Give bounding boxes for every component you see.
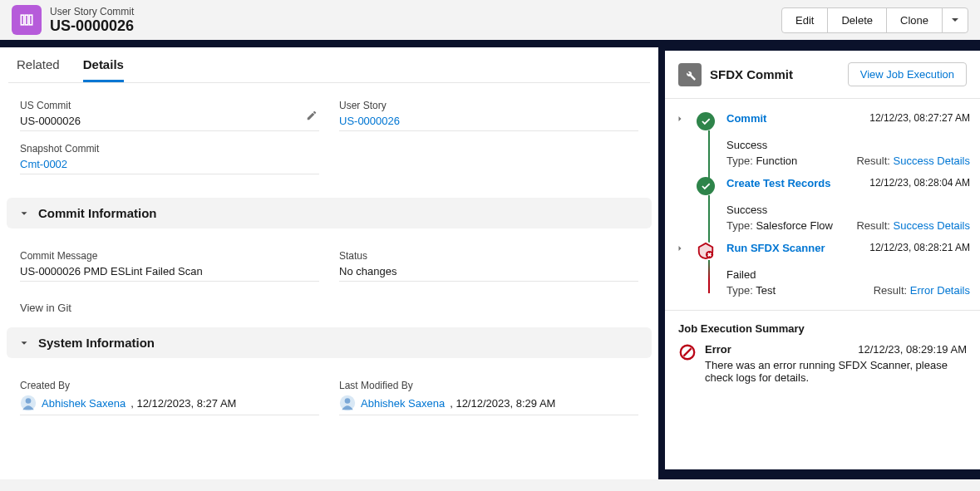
user-story-link[interactable]: US-0000026 — [339, 115, 400, 127]
execution-panel: SFDX Commit View Job Execution Commit 12… — [665, 47, 980, 469]
summary-timestamp: 12/12/23, 08:29:19 AM — [858, 343, 967, 356]
section-system-information[interactable]: System Information — [7, 327, 652, 358]
svg-point-6 — [345, 398, 351, 404]
field-label: Snapshot Commit — [20, 143, 319, 155]
error-icon — [697, 242, 715, 260]
result-link[interactable]: Success Details — [894, 155, 970, 167]
created-by-datetime: , 12/12/2023, 8:27 AM — [131, 397, 236, 410]
step-result: Result: Error Details — [874, 284, 970, 297]
view-job-execution-button[interactable]: View Job Execution — [848, 62, 967, 86]
chevron-down-icon — [18, 208, 30, 219]
step-timestamp: 12/12/23, 08:28:21 AM — [869, 242, 970, 253]
field-value: US-0000026 — [20, 115, 319, 127]
record-title: US-0000026 — [50, 17, 134, 35]
error-icon — [678, 343, 697, 361]
header-left: User Story Commit US-0000026 — [12, 5, 134, 35]
main-area: Related Details US Commit US-0000026 Use… — [0, 47, 980, 479]
step-title-link[interactable]: Commit — [726, 112, 863, 125]
expand-step-chevron[interactable] — [675, 243, 690, 256]
success-icon — [697, 112, 715, 130]
field-label: Commit Message — [20, 250, 319, 262]
tabset: Related Details — [8, 47, 650, 83]
step-result: Result: Success Details — [856, 155, 970, 167]
edit-pencil-icon[interactable] — [306, 110, 318, 124]
field-snapshot-commit: Snapshot Commit Cmt-0002 — [20, 143, 319, 174]
step-status: Failed — [726, 268, 874, 281]
field-value: No changes — [339, 265, 638, 277]
step-timestamp: 12/12/23, 08:27:27 AM — [869, 112, 970, 124]
last-modified-by-user-link[interactable]: Abhishek Saxena — [361, 397, 445, 410]
section-title: System Information — [38, 336, 155, 350]
more-actions-dropdown[interactable] — [942, 7, 968, 33]
avatar — [20, 395, 37, 411]
nav-strip — [0, 40, 980, 47]
commit-info-fields: Commit Message US-0000026 PMD ESLint Fai… — [0, 233, 658, 300]
avatar — [339, 395, 356, 411]
details-fields: US Commit US-0000026 User Story US-00000… — [0, 83, 658, 193]
created-by-user-link[interactable]: Abhishek Saxena — [42, 397, 126, 410]
field-us-commit: US Commit US-0000026 — [20, 100, 319, 131]
field-label: US Commit — [20, 100, 319, 111]
edit-button[interactable]: Edit — [781, 7, 828, 33]
field-label: Created By — [20, 380, 319, 391]
step-status: Success — [726, 204, 856, 216]
svg-rect-1 — [25, 15, 27, 25]
execution-title: SFDX Commit — [710, 67, 793, 81]
tab-details[interactable]: Details — [83, 57, 124, 82]
field-commit-message: Commit Message US-0000026 PMD ESLint Fai… — [20, 250, 319, 282]
step-type: Type: Test — [726, 284, 874, 297]
step-type: Type: Function — [726, 155, 856, 167]
field-label: Last Modified By — [339, 380, 638, 391]
field-user-story: User Story US-0000026 — [339, 100, 638, 131]
delete-button[interactable]: Delete — [827, 7, 887, 33]
section-title: Commit Information — [38, 206, 157, 220]
snapshot-commit-link[interactable]: Cmt-0002 — [20, 158, 67, 170]
title-block: User Story Commit US-0000026 — [50, 6, 134, 35]
svg-rect-2 — [29, 15, 32, 25]
summary-message: There was an error running SFDX Scanner,… — [705, 359, 954, 384]
success-icon — [697, 177, 715, 195]
field-last-modified-by: Last Modified By Abhishek Saxena , 12/12… — [339, 380, 638, 415]
step-status: Success — [726, 139, 856, 151]
last-modified-by-datetime: , 12/12/2023, 8:29 AM — [450, 397, 555, 410]
field-status: Status No changes — [339, 250, 638, 282]
step-title-link[interactable]: Run SFDX Scanner — [726, 242, 863, 254]
expand-step-chevron[interactable] — [675, 114, 690, 126]
svg-point-4 — [26, 398, 32, 404]
step-type: Type: Salesforce Flow — [726, 219, 856, 232]
view-in-git-link[interactable]: View in Git — [0, 300, 658, 322]
step-title-link[interactable]: Create Test Records — [726, 177, 863, 189]
execution-step: Create Test Records 12/12/23, 08:28:04 A… — [675, 172, 970, 237]
execution-panel-header: SFDX Commit View Job Execution — [665, 51, 980, 99]
job-execution-summary: Job Execution Summary Error 12/12/23, 08… — [665, 311, 980, 395]
field-created-by: Created By Abhishek Saxena , 12/12/2023,… — [20, 380, 319, 415]
chevron-down-icon — [18, 337, 30, 349]
wrench-icon — [678, 63, 702, 86]
field-label: Status — [339, 250, 638, 262]
section-commit-information[interactable]: Commit Information — [7, 198, 652, 228]
summary-error-label: Error — [705, 343, 731, 356]
step-timestamp: 12/12/23, 08:28:04 AM — [869, 177, 970, 189]
result-link[interactable]: Success Details — [894, 219, 970, 232]
execution-step: Commit 12/12/23, 08:27:27 AM Success Typ… — [675, 107, 970, 172]
clone-button[interactable]: Clone — [886, 7, 943, 33]
field-value: US-0000026 PMD ESLint Failed Scan — [20, 265, 319, 277]
chevron-down-icon — [951, 16, 959, 24]
record-type-label: User Story Commit — [50, 6, 134, 17]
right-outer: SFDX Commit View Job Execution Commit 12… — [665, 47, 980, 479]
record-type-icon — [12, 5, 42, 35]
page-header: User Story Commit US-0000026 Edit Delete… — [0, 0, 980, 40]
execution-steps: Commit 12/12/23, 08:27:27 AM Success Typ… — [665, 99, 980, 311]
details-panel: Related Details US Commit US-0000026 Use… — [0, 47, 665, 479]
svg-rect-0 — [21, 15, 23, 25]
step-result: Result: Success Details — [856, 219, 970, 232]
header-actions: Edit Delete Clone — [781, 7, 968, 33]
summary-title: Job Execution Summary — [678, 322, 967, 335]
execution-step: Run SFDX Scanner 12/12/23, 08:28:21 AM F… — [675, 237, 970, 302]
field-label: User Story — [339, 100, 638, 111]
result-link[interactable]: Error Details — [910, 284, 970, 297]
tab-related[interactable]: Related — [17, 57, 60, 82]
system-info-fields: Created By Abhishek Saxena , 12/12/2023,… — [0, 363, 658, 434]
